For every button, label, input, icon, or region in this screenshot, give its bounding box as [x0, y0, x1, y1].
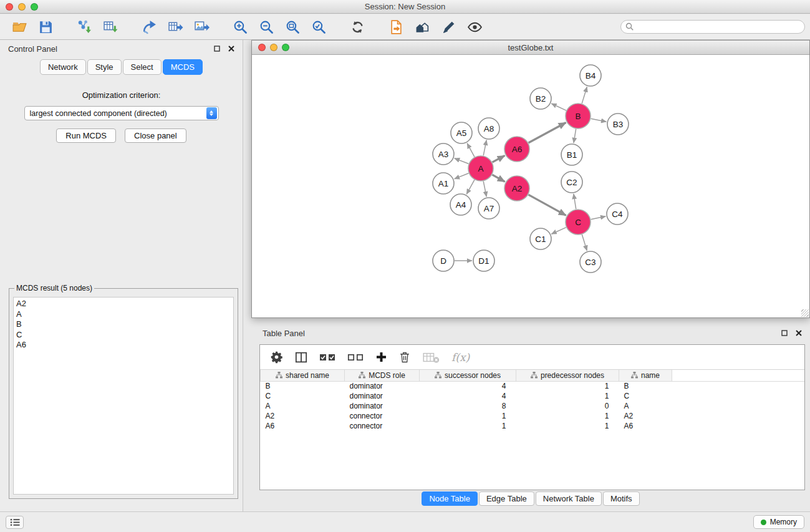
close-panel-icon[interactable] [226, 44, 236, 54]
table-row[interactable]: Cdominator41C [261, 391, 805, 401]
export-image-button[interactable] [191, 17, 211, 37]
refresh-button[interactable] [347, 17, 367, 37]
eye-button[interactable] [465, 17, 485, 37]
run-mcds-button[interactable]: Run MCDS [56, 128, 116, 143]
tab-network-table[interactable]: Network Table [536, 491, 602, 506]
table-row[interactable]: Bdominator41B [261, 381, 805, 391]
column-header-MCDS-role[interactable]: MCDS role [345, 370, 420, 381]
edge-A-A8[interactable] [483, 140, 486, 156]
table-row[interactable]: Adominator80A [261, 401, 805, 411]
node-A6[interactable]: A6 [504, 137, 529, 162]
optimization-criterion-select[interactable]: largest connected component (directed) [24, 106, 219, 120]
node-B2[interactable]: B2 [530, 88, 551, 109]
edge-A-A3[interactable] [455, 158, 469, 164]
column-header-predecessor-nodes[interactable]: predecessor nodes [516, 370, 619, 381]
edge-A-A1[interactable] [455, 173, 469, 179]
node-A4[interactable]: A4 [450, 194, 471, 215]
table-row[interactable]: A6connector11A6 [261, 421, 805, 431]
delete-row-button[interactable] [399, 351, 410, 364]
edge-A-A4[interactable] [466, 180, 475, 194]
import-network-button[interactable] [74, 17, 94, 37]
add-row-button[interactable] [375, 351, 387, 363]
edge-A-A6[interactable] [493, 155, 505, 162]
float-panel-icon[interactable] [212, 44, 222, 54]
columns-button[interactable] [295, 352, 307, 363]
tab-mcds[interactable]: MCDS [163, 59, 203, 75]
edge-B-B4[interactable] [582, 87, 587, 104]
result-item[interactable]: A [16, 309, 231, 320]
edge-A2-C[interactable] [528, 195, 566, 215]
tab-network[interactable]: Network [40, 59, 86, 75]
deselect-all-button[interactable] [347, 352, 364, 362]
node-A8[interactable]: A8 [478, 118, 499, 139]
edge-A-A7[interactable] [483, 181, 486, 197]
node-C3[interactable]: C3 [580, 251, 601, 273]
network-zoom-button[interactable] [282, 44, 289, 51]
float-table-panel-icon[interactable] [779, 328, 789, 338]
task-history-button[interactable] [6, 516, 24, 529]
open-folder-button[interactable] [9, 17, 29, 37]
zoom-in-button[interactable] [230, 17, 250, 37]
tab-motifs[interactable]: Motifs [603, 491, 640, 506]
node-B1[interactable]: B1 [561, 144, 582, 165]
column-header-shared-name[interactable]: shared name [261, 370, 345, 381]
tab-style[interactable]: Style [87, 59, 122, 75]
result-item[interactable]: C [16, 330, 231, 341]
tab-select[interactable]: Select [123, 59, 162, 75]
node-C[interactable]: C [566, 210, 591, 235]
resize-grip[interactable] [801, 309, 809, 317]
close-window-button[interactable] [6, 3, 13, 11]
edge-C-C3[interactable] [582, 235, 587, 251]
result-item[interactable]: A2 [16, 299, 231, 309]
import-table-button[interactable] [100, 17, 120, 37]
result-item[interactable]: A6 [16, 340, 231, 351]
close-panel-button[interactable]: Close panel [125, 128, 186, 143]
node-D1[interactable]: D1 [473, 250, 494, 271]
edge-B-B3[interactable] [591, 118, 607, 122]
network-minimize-button[interactable] [270, 44, 277, 51]
network-canvas[interactable]: B4B2BB3A8A5A6A3B1AC2A1A2A4A7C4CC1C3DD1 [252, 55, 809, 317]
table-row[interactable]: A2connector11A2 [261, 411, 805, 421]
edge-C-C2[interactable] [574, 194, 576, 210]
network-close-button[interactable] [258, 44, 266, 51]
zoom-window-button[interactable] [31, 3, 38, 11]
document-import-button[interactable] [386, 17, 406, 37]
minimize-window-button[interactable] [18, 3, 26, 11]
node-C2[interactable]: C2 [561, 172, 582, 193]
tab-edge-table[interactable]: Edge Table [479, 491, 534, 506]
node-B3[interactable]: B3 [607, 114, 629, 135]
tab-node-table[interactable]: Node Table [422, 491, 478, 506]
node-A1[interactable]: A1 [433, 173, 454, 194]
save-button[interactable] [36, 17, 55, 37]
zoom-selected-button[interactable] [309, 17, 329, 37]
mcds-result-list[interactable]: A2ABCA6 [13, 297, 234, 495]
edge-C-C4[interactable] [591, 216, 606, 220]
edge-A-A5[interactable] [467, 143, 475, 157]
export-table-button[interactable] [165, 17, 185, 37]
node-C4[interactable]: C4 [607, 203, 628, 225]
column-header-successor-nodes[interactable]: successor nodes [420, 370, 516, 381]
edge-C-C1[interactable] [551, 228, 566, 235]
zoom-fit-button[interactable] [282, 17, 302, 37]
node-C1[interactable]: C1 [530, 228, 551, 249]
network-window-titlebar[interactable]: testGlobe.txt [252, 41, 809, 55]
node-A3[interactable]: A3 [433, 143, 454, 165]
result-item[interactable]: B [16, 319, 231, 330]
home-button[interactable] [412, 17, 432, 37]
select-all-button[interactable] [319, 352, 335, 362]
edge-B-B1[interactable] [574, 129, 576, 143]
node-D[interactable]: D [433, 250, 454, 271]
export-network-button[interactable] [139, 17, 159, 37]
node-B[interactable]: B [566, 104, 591, 128]
column-header-name[interactable]: name [619, 370, 672, 381]
function-builder-button[interactable]: f(x) [451, 351, 470, 364]
node-A2[interactable]: A2 [504, 176, 529, 201]
edge-A-A2[interactable] [492, 175, 504, 181]
node-A[interactable]: A [468, 156, 493, 181]
edge-A6-B[interactable] [529, 123, 566, 143]
zoom-out-button[interactable] [256, 17, 276, 37]
delete-table-button[interactable] [422, 351, 440, 364]
node-A7[interactable]: A7 [478, 198, 499, 219]
style-brush-button[interactable] [438, 17, 458, 37]
node-B4[interactable]: B4 [580, 65, 601, 86]
